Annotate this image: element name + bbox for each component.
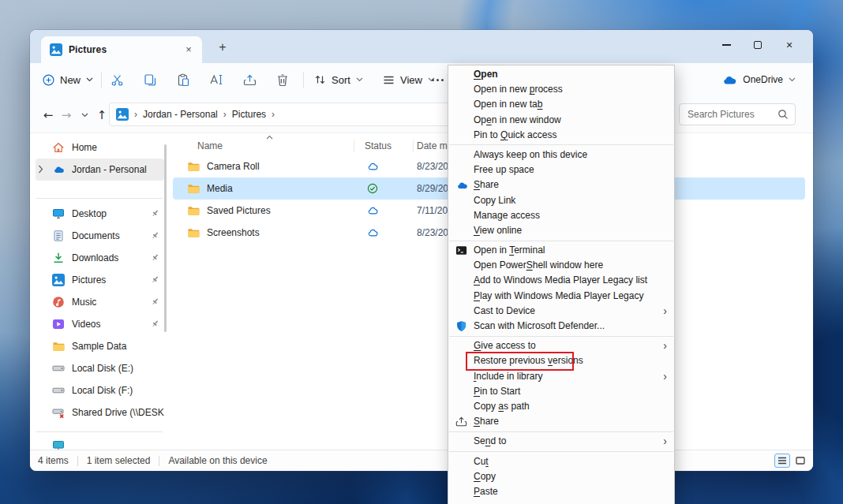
new-button[interactable]: New: [43, 63, 93, 96]
tab-title: Pictures: [69, 44, 175, 55]
cut-button[interactable]: [106, 69, 128, 91]
chevron-down-icon: [789, 77, 796, 82]
sidebar-item-desktop[interactable]: Desktop: [36, 203, 164, 225]
status-divider: [159, 456, 159, 466]
home-icon: [52, 141, 65, 154]
menu-item-open-in-terminal[interactable]: Open in Terminal: [448, 243, 674, 258]
sidebar-separator: [30, 181, 170, 203]
file-name: Media: [207, 183, 233, 194]
back-button[interactable]: ←: [39, 106, 57, 124]
sidebar-scrollbar[interactable]: [164, 144, 167, 332]
menu-item-open-in-new-window[interactable]: Open in new window: [448, 113, 674, 128]
menu-item-view-online[interactable]: View online: [448, 223, 674, 238]
copy-button[interactable]: [139, 69, 161, 91]
menu-item-open-in-new-process[interactable]: Open in new process: [448, 82, 674, 97]
menu-separator: [449, 144, 673, 145]
sidebar-item-label: Downloads: [72, 252, 118, 263]
sidebar-item-label: Local Disk (F:): [72, 385, 133, 396]
menu-item-share[interactable]: Share: [448, 177, 674, 192]
menu-item-open-in-new-tab[interactable]: Open in new tab: [448, 97, 674, 112]
rename-button[interactable]: [205, 69, 227, 91]
details-view-toggle[interactable]: [774, 454, 790, 468]
file-date-modified: 8/23/20: [417, 161, 448, 172]
menu-item-always-keep-on-this-device[interactable]: Always keep on this device: [448, 147, 674, 162]
onedrive-status-button[interactable]: OneDrive: [721, 63, 796, 96]
new-tab-button[interactable]: +: [213, 39, 232, 56]
menu-item-cut[interactable]: Cut: [448, 454, 674, 469]
menu-item-play-with-windows-media-player-legacy[interactable]: Play with Windows Media Player Legacy: [448, 289, 674, 304]
sidebar-item-home[interactable]: Home: [36, 136, 164, 159]
onedrive-icon: [455, 179, 467, 191]
breadcrumb-item-pictures[interactable]: Pictures: [232, 109, 266, 120]
menu-item-label: Copy: [474, 471, 496, 482]
close-button[interactable]: ×: [774, 33, 805, 57]
breadcrumb-item-jordan-personal[interactable]: Jordan - Personal: [143, 109, 218, 120]
delete-button[interactable]: [272, 69, 294, 91]
trash-icon: [276, 73, 289, 87]
maximize-button[interactable]: [742, 33, 774, 57]
expand-chevron-icon[interactable]: [38, 165, 43, 174]
share-button[interactable]: [238, 69, 260, 91]
sort-button[interactable]: Sort: [314, 63, 363, 96]
column-divider[interactable]: [354, 140, 354, 152]
submenu-chevron-icon: ›: [663, 434, 667, 449]
paste-icon: [177, 73, 190, 87]
paste-button[interactable]: [172, 69, 194, 91]
column-header-name[interactable]: Name: [197, 136, 223, 155]
disk-icon: [52, 362, 65, 375]
menu-item-include-in-library[interactable]: Include in library›: [448, 369, 674, 384]
menu-item-paste[interactable]: Paste: [448, 484, 674, 499]
sidebar-item-local-disk-f[interactable]: Local Disk (F:): [36, 379, 164, 401]
file-name: Camera Roll: [207, 161, 260, 172]
menu-item-open-powershell-window-here[interactable]: Open PowerShell window here: [448, 258, 674, 273]
toolbar-divider: [101, 72, 102, 88]
submenu-chevron-icon: ›: [663, 304, 667, 319]
menu-item-share[interactable]: Share: [448, 414, 674, 429]
menu-item-add-to-windows-media-player-legacy-list[interactable]: Add to Windows Media Player Legacy list: [448, 273, 674, 288]
synced-icon: [366, 182, 379, 195]
sidebar-item-sample-data[interactable]: Sample Data: [36, 335, 164, 357]
forward-button[interactable]: →: [58, 106, 75, 124]
menu-item-label: Cut: [474, 456, 489, 467]
menu-item-label: Give access to: [474, 340, 536, 351]
view-toggles: [774, 454, 808, 468]
sidebar-item-music[interactable]: Music: [36, 291, 164, 313]
menu-item-copy[interactable]: Copy: [448, 469, 674, 484]
recent-locations-button[interactable]: [76, 106, 93, 124]
pictures-icon: [52, 274, 65, 286]
column-header-status[interactable]: Status: [365, 136, 392, 155]
large-icons-view-toggle[interactable]: [792, 454, 808, 468]
menu-item-restore-previous-versions[interactable]: Restore previous versions: [448, 353, 674, 368]
tab-close-icon[interactable]: ×: [182, 43, 196, 57]
menu-item-label: View online: [474, 225, 522, 236]
sidebar-item-videos[interactable]: Videos: [36, 313, 164, 335]
sidebar-item-documents[interactable]: Documents: [36, 225, 164, 247]
column-divider[interactable]: [413, 140, 414, 152]
menu-item-free-up-space[interactable]: Free up space: [448, 162, 674, 177]
more-options-icon: [432, 79, 444, 81]
menu-item-pin-to-quick-access[interactable]: Pin to Quick access: [448, 128, 674, 143]
window-controls: ×: [710, 33, 805, 57]
menu-item-copy-link[interactable]: Copy Link: [448, 193, 674, 208]
menu-item-pin-to-start[interactable]: Pin to Start: [448, 384, 674, 399]
up-button[interactable]: ↑: [93, 106, 111, 124]
more-options-button[interactable]: [426, 69, 448, 91]
menu-item-copy-as-path[interactable]: Copy as path: [448, 399, 674, 414]
minimize-button[interactable]: [710, 33, 742, 57]
copy-icon: [144, 73, 157, 87]
sidebar-item-pictures[interactable]: Pictures: [36, 269, 164, 291]
menu-item-send-to[interactable]: Send to›: [448, 434, 674, 449]
folder-icon: [187, 226, 200, 239]
sidebar-item-shared-drive-desktop[interactable]: Shared Drive (\\DESKTOP-: [36, 401, 164, 424]
menu-item-manage-access[interactable]: Manage access: [448, 208, 674, 223]
menu-item-label: Open PowerShell window here: [474, 259, 603, 271]
menu-item-cast-to-device[interactable]: Cast to Device›: [448, 304, 674, 319]
sidebar-item-downloads[interactable]: Downloads: [36, 247, 164, 269]
menu-item-scan-with-microsoft-defender[interactable]: Scan with Microsoft Defender...: [448, 319, 674, 334]
tab-pictures[interactable]: Pictures ×: [41, 36, 202, 63]
menu-item-label: Open in Terminal: [474, 245, 545, 256]
sidebar-item-local-disk-e[interactable]: Local Disk (E:): [36, 357, 164, 379]
sidebar-item-jordan-personal[interactable]: Jordan - Personal: [36, 159, 164, 181]
menu-item-open[interactable]: Open: [448, 67, 674, 82]
pin-icon: [151, 231, 159, 240]
